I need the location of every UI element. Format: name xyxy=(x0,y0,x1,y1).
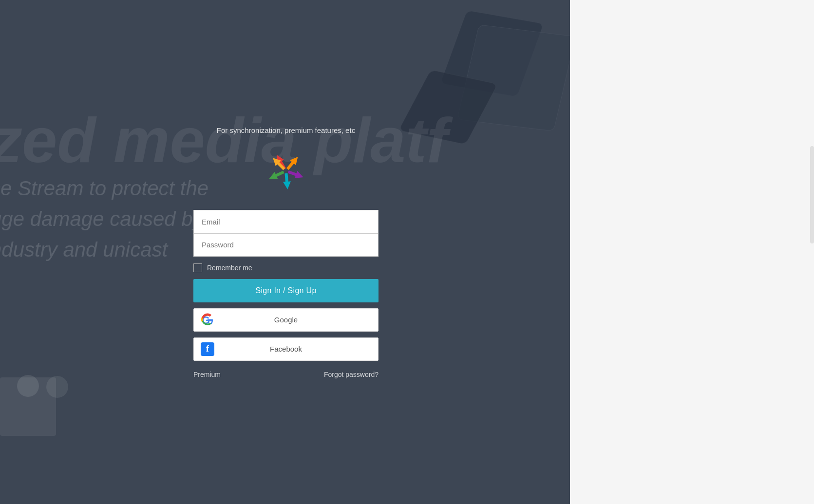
signin-button[interactable]: Sign In / Sign Up xyxy=(193,279,379,302)
bottom-links: Premium Forgot password? xyxy=(193,371,379,378)
facebook-label: Facebook xyxy=(194,345,378,353)
right-scrollbar-panel xyxy=(570,0,814,504)
scrollbar-track[interactable] xyxy=(810,146,814,243)
email-input[interactable] xyxy=(193,210,379,233)
facebook-icon: f xyxy=(201,342,214,356)
svg-marker-4 xyxy=(267,168,285,182)
svg-marker-2 xyxy=(287,168,304,181)
login-form-container: For synchronization, premium features, e… xyxy=(193,126,379,378)
remember-me-label: Remember me xyxy=(207,264,252,272)
forgot-password-link[interactable]: Forgot password? xyxy=(324,371,379,378)
google-icon: G xyxy=(201,313,214,327)
google-signin-button[interactable]: G Google xyxy=(193,308,379,332)
facebook-signin-button[interactable]: f Facebook xyxy=(193,337,379,361)
password-input[interactable] xyxy=(193,233,379,257)
premium-link[interactable]: Premium xyxy=(193,371,221,378)
left-panel: zed media platf ce Stream to protect the… xyxy=(0,0,570,504)
remember-me-row: Remember me xyxy=(193,263,379,272)
svg-marker-1 xyxy=(284,154,301,171)
remember-me-checkbox[interactable] xyxy=(193,263,202,272)
app-logo xyxy=(259,144,313,198)
tagline: For synchronization, premium features, e… xyxy=(217,126,355,134)
svg-marker-3 xyxy=(282,173,291,189)
decorative-rect xyxy=(0,377,56,436)
google-label: Google xyxy=(194,316,378,324)
